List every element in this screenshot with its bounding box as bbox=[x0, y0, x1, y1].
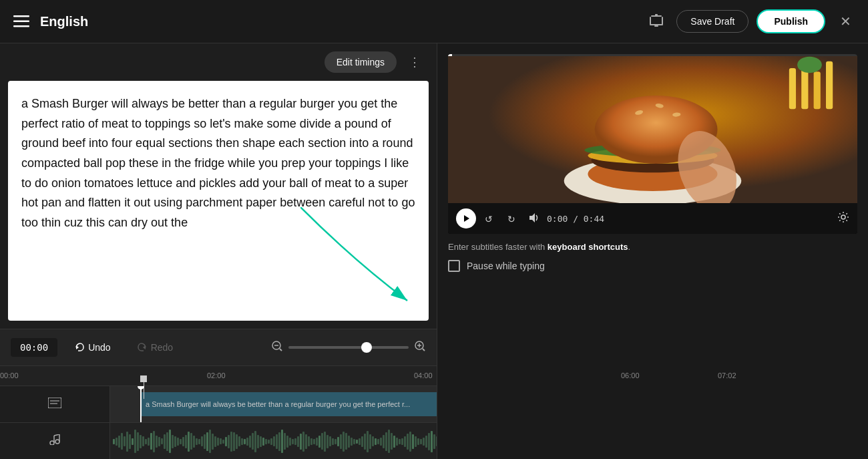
publish-button[interactable]: Publish bbox=[756, 9, 825, 33]
video-controls: ↺ ↻ 0:00 / 0:44 bbox=[448, 203, 857, 234]
text-editor[interactable]: a Smash Burger will always be better tha… bbox=[8, 81, 429, 321]
close-icon[interactable]: ✕ bbox=[833, 9, 857, 33]
wave-bar bbox=[404, 436, 406, 447]
wave-bar bbox=[380, 438, 382, 446]
more-options-icon[interactable]: ⋮ bbox=[403, 52, 426, 72]
notification-icon[interactable] bbox=[644, 9, 668, 33]
wave-bar bbox=[318, 436, 320, 448]
wave-bar bbox=[329, 436, 331, 446]
svg-rect-5 bbox=[662, 17, 663, 25]
ruler-mark-0: 00:00 bbox=[0, 371, 19, 379]
wave-bar bbox=[270, 438, 272, 445]
wave-bar bbox=[423, 438, 425, 446]
edit-timings-button[interactable]: Edit timings bbox=[324, 51, 397, 73]
pause-typing-row: Pause while typing bbox=[448, 260, 857, 272]
wave-bar bbox=[188, 432, 190, 452]
settings-icon[interactable] bbox=[837, 211, 849, 226]
subtitle-track-icon bbox=[48, 398, 61, 411]
svg-rect-37 bbox=[789, 68, 796, 109]
wave-bar bbox=[268, 440, 270, 444]
subtitle-clip-1[interactable]: a Smash Burger will always be better tha… bbox=[140, 392, 437, 416]
svg-rect-40 bbox=[826, 61, 833, 110]
zoom-in-icon[interactable] bbox=[414, 340, 426, 355]
wave-bar bbox=[158, 437, 160, 446]
ruler-mark-4: 07:02 bbox=[718, 371, 736, 379]
svg-text:↻: ↻ bbox=[507, 214, 515, 224]
wave-bar bbox=[214, 436, 216, 447]
redo-button[interactable]: Redo bbox=[128, 338, 182, 357]
wave-bar bbox=[391, 433, 393, 450]
wave-bar bbox=[372, 436, 374, 446]
subtitle-track[interactable]: a Smash Burger will always be better tha… bbox=[110, 386, 437, 423]
skip-forward-button[interactable]: ↻ bbox=[505, 210, 521, 226]
right-panel: ↺ ↻ 0:00 / 0:44 Enter subtitles faster w… bbox=[437, 43, 868, 459]
wave-bar bbox=[196, 438, 198, 445]
wave-bar bbox=[327, 435, 329, 448]
zoom-controls bbox=[271, 340, 426, 355]
svg-point-41 bbox=[797, 57, 822, 73]
ruler-mark-2: 04:00 bbox=[414, 371, 433, 379]
wave-bar bbox=[193, 436, 195, 448]
menu-icon[interactable] bbox=[11, 13, 32, 30]
wave-bar bbox=[281, 430, 283, 453]
svg-rect-7 bbox=[654, 25, 658, 27]
wave-bar bbox=[236, 434, 238, 449]
svg-rect-6 bbox=[650, 24, 663, 25]
wave-bar bbox=[401, 438, 403, 445]
wave-bar bbox=[132, 438, 134, 445]
wave-bar bbox=[126, 432, 128, 452]
wave-bar bbox=[156, 436, 158, 448]
wave-bar bbox=[182, 437, 184, 446]
header: English Save Draft Publish ✕ bbox=[0, 0, 868, 43]
wave-bar bbox=[201, 436, 203, 446]
play-button[interactable] bbox=[456, 208, 476, 228]
wave-bar bbox=[172, 435, 174, 448]
wave-bar bbox=[206, 432, 208, 451]
wave-bar bbox=[356, 440, 358, 444]
wave-bar bbox=[377, 439, 379, 444]
wave-bar bbox=[260, 436, 262, 447]
svg-marker-44 bbox=[529, 213, 535, 222]
wave-bar bbox=[431, 431, 433, 452]
wave-bar bbox=[124, 436, 126, 446]
wave-bar bbox=[204, 434, 206, 449]
wave-bar bbox=[351, 438, 353, 446]
audio-track-icon bbox=[49, 434, 60, 448]
wave-bar bbox=[345, 433, 347, 450]
ruler-mark-1: 02:00 bbox=[207, 371, 226, 379]
svg-rect-18 bbox=[48, 398, 61, 408]
undo-button[interactable]: Undo bbox=[65, 338, 120, 357]
pause-typing-checkbox[interactable] bbox=[448, 260, 460, 272]
wave-bar bbox=[348, 436, 350, 448]
video-time: 0:00 / 0:44 bbox=[547, 214, 831, 224]
wave-bar bbox=[361, 436, 363, 447]
skip-back-button[interactable]: ↺ bbox=[483, 210, 499, 226]
wave-bar bbox=[137, 432, 139, 451]
wave-bar bbox=[305, 434, 307, 449]
volume-icon[interactable] bbox=[528, 212, 540, 226]
svg-line-17 bbox=[423, 349, 425, 351]
subtitle-track-icon-row bbox=[0, 386, 110, 423]
page-title: English bbox=[40, 14, 88, 29]
wave-bar bbox=[174, 436, 176, 447]
audio-track-icon-row bbox=[0, 423, 110, 459]
wave-bar bbox=[415, 436, 417, 447]
wave-bar bbox=[244, 439, 246, 444]
wave-bar bbox=[425, 436, 427, 448]
ruler-mark-3: 06:00 bbox=[621, 371, 640, 379]
header-left: English bbox=[11, 13, 644, 30]
playhead bbox=[140, 386, 142, 422]
wave-bar bbox=[409, 432, 411, 452]
wave-bar bbox=[321, 433, 323, 450]
timeline-content: a Smash Burger will always be better tha… bbox=[0, 386, 437, 459]
wave-bar bbox=[238, 436, 240, 446]
zoom-out-icon[interactable] bbox=[271, 340, 283, 355]
wave-bar bbox=[262, 438, 264, 446]
zoom-slider[interactable] bbox=[288, 346, 409, 349]
wave-bar bbox=[396, 438, 398, 446]
wave-bar bbox=[278, 432, 280, 451]
save-draft-button[interactable]: Save Draft bbox=[676, 10, 748, 33]
keyboard-shortcuts-link[interactable]: keyboard shortcuts bbox=[548, 242, 628, 252]
wave-bar bbox=[225, 437, 227, 446]
wave-bar bbox=[246, 438, 248, 446]
